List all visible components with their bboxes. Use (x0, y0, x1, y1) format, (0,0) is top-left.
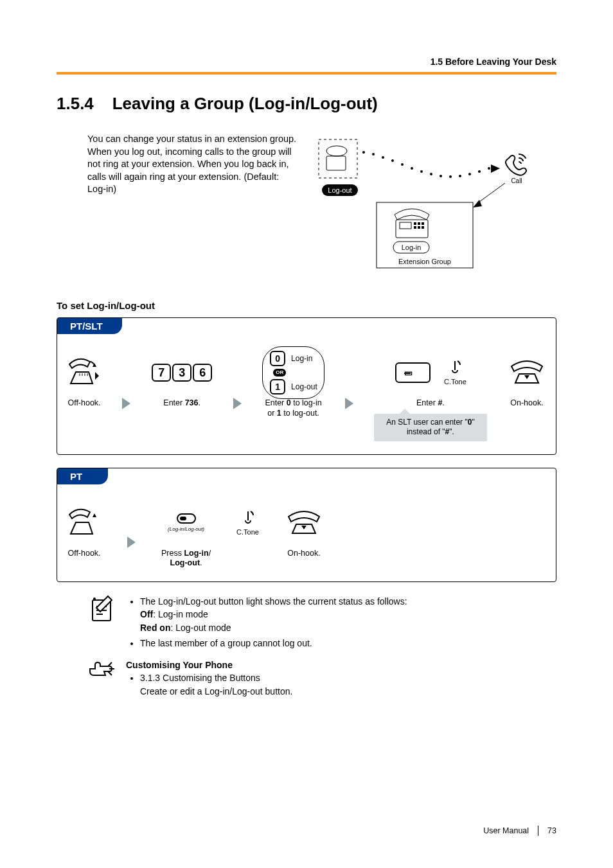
svg-line-29 (477, 183, 505, 204)
svg-point-4 (362, 151, 365, 154)
slt-note: An SLT user can enter "0" instead of "#"… (374, 414, 487, 441)
running-head: 1.5 Before Leaving Your Desk (57, 57, 556, 67)
key-7: 7 (152, 364, 171, 382)
svg-point-6 (382, 156, 384, 159)
login-pill-text: Log-in (402, 244, 422, 251)
svg-marker-41 (301, 526, 306, 529)
svg-point-5 (372, 153, 375, 155)
ctone-label: C.Tone (444, 378, 466, 385)
svg-rect-20 (400, 222, 411, 229)
key-0: 0 (270, 351, 285, 366)
svg-marker-38 (93, 513, 96, 517)
subheading: To set Log-in/Log-out (57, 300, 556, 311)
flow-tab-ptslt: PT/SLT (57, 318, 122, 334)
login-logout-sub: (Log-in/Log-out) (168, 526, 204, 532)
svg-rect-0 (319, 139, 357, 178)
offhook-caption: Off-hook. (67, 398, 100, 409)
svg-rect-25 (418, 226, 420, 229)
svg-point-11 (430, 173, 432, 175)
svg-point-16 (478, 170, 481, 173)
svg-point-14 (459, 175, 461, 177)
customise-desc: Create or edit a Log-in/Log-out button. (140, 686, 292, 696)
logout-pill-text: Log-out (328, 186, 351, 194)
offhook-icon (67, 504, 102, 542)
ctone-icon (449, 360, 461, 378)
flow-ptslt: PT/SLT Off-hook. (57, 317, 556, 455)
key-6: 6 (193, 364, 212, 382)
choice-caption: Enter 0 to log-in or 1 to log-out. to lo… (265, 398, 321, 418)
key-hash: ▭ (395, 362, 431, 383)
svg-point-12 (440, 175, 442, 177)
onhook-caption: On-hook. (510, 398, 543, 409)
or-pill: OR (273, 369, 286, 376)
logout-label: Log-out (291, 382, 317, 391)
customise-bullet: 3.1.3 Customising the Buttons Create or … (140, 671, 292, 698)
section-title: 1.5.4 Leaving a Group (Log-in/Log-out) (57, 94, 556, 114)
offhook-caption-pt: Off-hook. (67, 549, 100, 559)
svg-rect-1 (326, 156, 346, 170)
arrow-icon (233, 398, 242, 409)
group-diagram: Log-out Call (312, 133, 544, 281)
intro-paragraph: You can change your status in an extensi… (87, 133, 299, 281)
enter-hash-caption: Enter #. (416, 398, 445, 409)
svg-marker-18 (491, 164, 500, 173)
svg-rect-24 (414, 226, 416, 229)
customise-link[interactable]: 3.1.3 Customising the Buttons (140, 673, 260, 683)
svg-point-8 (401, 163, 404, 166)
arrow-icon (345, 398, 353, 409)
section-number: 1.5.4 (57, 94, 94, 113)
arrow-icon (127, 536, 136, 548)
svg-point-13 (449, 175, 452, 178)
pointing-hand-icon (87, 660, 116, 700)
svg-point-7 (391, 159, 394, 162)
press-login-logout-caption: Press Log-in/Log-out. (161, 549, 211, 569)
svg-point-46 (93, 598, 96, 600)
svg-rect-23 (422, 222, 424, 225)
svg-point-17 (488, 167, 490, 170)
offhook-icon (67, 353, 102, 392)
svg-rect-40 (180, 517, 186, 520)
svg-point-15 (468, 173, 471, 175)
enter736-caption: Enter 7736. (163, 398, 200, 409)
onhook-icon (508, 353, 546, 392)
svg-rect-21 (414, 222, 416, 225)
call-label: Call (511, 177, 522, 184)
svg-point-10 (420, 170, 423, 173)
ctone-icon: C.Tone (236, 504, 259, 542)
flow-pt: PT Off-hook. (Log-in/Log-out) (57, 468, 556, 582)
onhook-caption-pt: On-hook. (287, 549, 320, 559)
page-footer: User Manual 73 (483, 826, 556, 836)
onhook-icon (285, 504, 323, 542)
svg-point-9 (411, 167, 413, 170)
key-1: 1 (270, 379, 285, 394)
arrow-icon (122, 398, 130, 409)
ext-group-label: Extension Group (398, 258, 451, 265)
footer-manual: User Manual (483, 826, 529, 835)
svg-rect-26 (422, 226, 424, 229)
section-title-text: Leaving a Group (Log-in/Log-out) (112, 94, 378, 113)
choice-bubble: 0 Log-in OR 1 Log-out (262, 346, 324, 399)
keys-736: 7 3 6 (151, 353, 213, 392)
svg-rect-22 (418, 222, 420, 225)
login-logout-button-icon: (Log-in/Log-out) (168, 504, 204, 542)
login-label: Log-in (291, 354, 312, 363)
notepad-icon (87, 595, 116, 652)
key-3: 3 (172, 364, 191, 382)
footer-page: 73 (547, 826, 556, 835)
flow-tab-pt: PT (57, 468, 108, 484)
svg-point-2 (326, 146, 347, 156)
header-rule (57, 72, 556, 75)
note-bullet-2: The last member of a group cannot log ou… (140, 637, 407, 650)
note-bullet-1: The Log-in/Log-out button light shows th… (140, 595, 407, 634)
customise-title: Customising Your Phone (126, 660, 292, 670)
ctone-label-pt: C.Tone (236, 528, 259, 536)
svg-marker-37 (524, 375, 529, 379)
